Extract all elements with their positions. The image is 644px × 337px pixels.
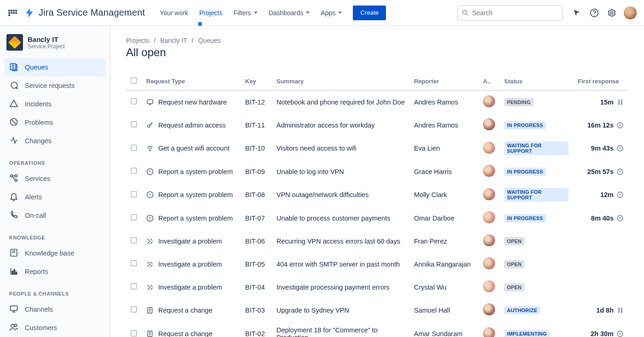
table-row[interactable]: Investigate a problem BIT-06 Recurring V… [126,230,628,253]
issue-key[interactable]: BIT-04 [241,276,272,299]
issue-summary[interactable]: Unable to process customer payments [272,207,409,230]
col-first-response[interactable]: First response [573,73,628,90]
issue-summary[interactable]: 404 error with SMTP server in past month [272,253,409,276]
crumb-queues[interactable]: Queues [198,37,221,44]
help-icon[interactable] [589,7,600,18]
status-badge[interactable]: WAITING FOR SUPPORT [504,188,569,202]
col-assignee[interactable]: A.. [478,73,500,90]
row-checkbox[interactable] [131,237,137,244]
issue-summary[interactable]: Notebook and phone required for John Doe [272,90,409,114]
status-badge[interactable]: OPEN [504,283,524,291]
assignee-avatar[interactable] [483,303,495,315]
issue-key[interactable]: BIT-03 [241,299,272,322]
table-row[interactable]: Request new hardware BIT-12 Notebook and… [126,90,628,114]
status-badge[interactable]: IN PROGRESS [504,121,546,129]
issue-key[interactable]: BIT-10 [241,137,272,160]
assignee-avatar[interactable] [483,95,495,107]
table-row[interactable]: Request a change BIT-03 Upgrade to Sydne… [126,299,628,322]
status-badge[interactable]: WAITING FOR SUPPORT [504,141,569,155]
table-row[interactable]: Get a guest wifi account BIT-10 Visitors… [126,137,628,160]
row-checkbox[interactable] [131,306,137,313]
col-status[interactable]: Status [500,73,573,90]
issue-key[interactable]: BIT-09 [241,160,272,183]
issue-key[interactable]: BIT-12 [241,90,272,114]
nav-apps[interactable]: Apps [315,0,347,26]
status-badge[interactable]: IN PROGRESS [504,214,546,222]
assignee-avatar[interactable] [483,142,495,154]
table-row[interactable]: Report a system problem BIT-07 Unable to… [126,207,628,230]
status-badge[interactable]: IN PROGRESS [504,168,546,176]
product-logo[interactable]: Jira Service Management [24,7,145,18]
notifications-icon[interactable] [571,7,582,18]
assignee-avatar[interactable] [483,257,495,269]
row-checkbox[interactable] [131,98,137,105]
col-summary[interactable]: Summary [272,73,409,90]
sidebar-item-changes[interactable]: Changes [5,132,105,150]
row-checkbox[interactable] [131,145,137,151]
sidebar-item-incidents[interactable]: Incidents [5,95,105,113]
sidebar-item-on-call[interactable]: On-call [5,206,105,225]
issue-key[interactable]: BIT-06 [241,230,272,253]
select-all-checkbox[interactable] [131,77,137,84]
profile-avatar[interactable] [624,6,637,19]
table-row[interactable]: Report a system problem BIT-08 VPN outag… [126,183,628,207]
nav-your-work[interactable]: Your work [154,0,194,26]
sidebar-item-queues[interactable]: Queues [5,58,105,76]
issue-summary[interactable]: Upgrade to Sydney VPN [272,299,409,322]
col-reporter[interactable]: Reporter [409,73,478,90]
row-checkbox[interactable] [131,260,137,267]
nav-dashboards[interactable]: Dashboards [263,0,316,26]
sidebar-item-reports[interactable]: Reports [5,262,105,281]
row-checkbox[interactable] [131,330,137,337]
row-checkbox[interactable] [131,283,137,290]
row-checkbox[interactable] [131,121,137,128]
status-badge[interactable]: OPEN [504,237,524,245]
issue-key[interactable]: BIT-07 [241,207,272,230]
sidebar-item-channels[interactable]: Channels [5,300,105,319]
issue-summary[interactable]: Deployment 18 for "Commerce" to Producti… [272,322,409,337]
row-checkbox[interactable] [131,214,137,221]
issue-summary[interactable]: VPN outage/network difficulties [272,183,409,207]
col-key[interactable]: Key [241,73,272,90]
issue-summary[interactable]: Investigate processing payment errors [272,276,409,299]
issue-summary[interactable]: Visitors need access to wifi [272,137,409,160]
assignee-avatar[interactable] [483,118,495,130]
col-request-type[interactable]: Request Type [142,73,241,90]
status-badge[interactable]: PENDING [504,98,534,106]
table-row[interactable]: Request admin access BIT-11 Administrato… [126,114,628,137]
sidebar-item-alerts[interactable]: Alerts [5,188,105,206]
sidebar-item-customers[interactable]: Customers [5,319,105,337]
issue-summary[interactable]: Administrator access for workday [272,114,409,137]
issue-summary[interactable]: Recurring VPN access errors last 60 days [272,230,409,253]
issue-summary[interactable]: Unable to log into VPN [272,160,409,183]
issue-key[interactable]: BIT-11 [241,114,272,137]
assignee-avatar[interactable] [483,280,495,292]
table-row[interactable]: Investigate a problem BIT-04 Investigate… [126,276,628,299]
create-button[interactable]: Create [353,6,386,20]
search-input[interactable] [471,9,558,17]
issue-key[interactable]: BIT-02 [241,322,272,337]
status-badge[interactable]: IMPLEMENTING [504,330,550,337]
project-header[interactable]: Bancly IT Service Project [5,34,105,58]
nav-projects[interactable]: Projects [194,0,228,26]
sidebar-item-knowledge-base[interactable]: Knowledge base [5,244,105,262]
app-switcher-icon[interactable] [7,9,18,17]
assignee-avatar[interactable] [483,327,495,337]
table-row[interactable]: Request a change BIT-02 Deployment 18 fo… [126,322,628,337]
status-badge[interactable]: AUTHORIZE [504,306,540,314]
assignee-avatar[interactable] [483,188,495,200]
assignee-avatar[interactable] [483,211,495,223]
table-row[interactable]: Investigate a problem BIT-05 404 error w… [126,253,628,276]
nav-filters[interactable]: Filters [228,0,263,26]
issue-key[interactable]: BIT-08 [241,183,272,207]
settings-icon[interactable] [606,7,617,18]
assignee-avatar[interactable] [483,234,495,246]
crumb-projects[interactable]: Projects [126,37,150,44]
row-checkbox[interactable] [131,191,137,198]
assignee-avatar[interactable] [483,165,495,177]
sidebar-item-service-requests[interactable]: Service requests [5,76,105,95]
row-checkbox[interactable] [131,168,137,174]
sidebar-item-problems[interactable]: Problems [5,113,105,132]
issue-key[interactable]: BIT-05 [241,253,272,276]
global-search[interactable] [457,5,563,21]
